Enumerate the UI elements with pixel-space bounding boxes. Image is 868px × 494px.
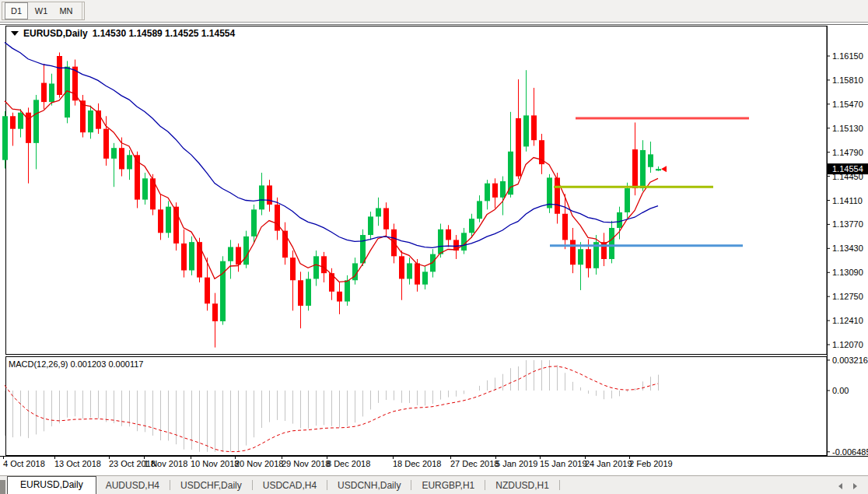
chart-ohlc-quote: 1.14530 1.14589 1.14525 1.14554 [93, 28, 236, 39]
tab-usdcad-h4[interactable]: USDCAD,H4 [254, 478, 326, 494]
price-tick-label: 1.14790 [832, 148, 863, 157]
candle-body [220, 261, 226, 321]
candle-body [376, 208, 381, 217]
candle-body [640, 150, 646, 188]
candle-body [142, 178, 148, 199]
candle-body [516, 118, 521, 177]
candle-body [399, 256, 404, 279]
tabs-scroll-right-icon[interactable] [853, 483, 857, 489]
candle-body [625, 188, 630, 212]
candle-body [41, 83, 47, 103]
macd-indicator-label: MACD(12,26,9) 0.001203 0.000117 [9, 359, 143, 369]
tab-separator [170, 480, 170, 490]
candle-body [49, 83, 54, 102]
timeframe-toolbar: D1 W1 MN [0, 0, 868, 23]
candle-body [562, 214, 568, 240]
macd-tick-label: 0.003216 [832, 356, 868, 365]
candle-body [492, 184, 498, 198]
candle-body [189, 242, 194, 270]
candle-body [205, 278, 210, 304]
candle-body [422, 272, 428, 284]
candle-body [383, 208, 389, 229]
tab-separator [327, 480, 327, 490]
candle-body [547, 177, 552, 208]
price-tick-label: 1.16150 [832, 51, 863, 61]
candle-body [446, 229, 451, 240]
candle-body [368, 216, 373, 235]
timeframe-mn-button[interactable]: MN [54, 2, 78, 19]
tab-separator [485, 480, 485, 490]
timeframe-d1-button[interactable]: D1 [5, 2, 28, 19]
candle-body [415, 263, 420, 284]
date-tick-label: 4 Oct 2018 [3, 459, 45, 468]
price-tick-label: 1.12750 [832, 292, 863, 301]
tab-eurusd-daily[interactable]: EURUSD,Daily [7, 476, 96, 494]
candle-body [500, 181, 506, 198]
tab-usdchf-daily[interactable]: USDCHF,Daily [171, 478, 251, 494]
candle-body [236, 247, 241, 265]
candle-body [656, 169, 661, 170]
candle-body [259, 185, 264, 209]
tab-scroll-buttons [838, 483, 868, 494]
candle-body [243, 236, 249, 265]
date-tick-label: 24 Jan 2019 [585, 459, 632, 468]
price-tick-label: 1.12410 [832, 316, 863, 325]
tab-audusd-h4[interactable]: AUDUSD,H4 [96, 478, 169, 494]
candle-body [88, 110, 93, 132]
candle-body [469, 219, 474, 233]
tab-nzdusd-h1[interactable]: NZDUSD,H1 [486, 478, 558, 494]
price-tick-label: 1.14110 [832, 196, 863, 205]
price-tick-label: 1.15470 [832, 100, 863, 109]
candle-body [485, 184, 490, 201]
candle-body [648, 154, 653, 166]
tab-usdcnh-daily[interactable]: USDCNH,Daily [328, 478, 410, 494]
candle-body [212, 303, 218, 321]
chart-title: EURUSD,Daily 1.14530 1.14589 1.14525 1.1… [11, 28, 235, 39]
candle-body [228, 247, 233, 261]
candle-body [10, 116, 16, 128]
date-tick-label: 20 Nov 2018 [235, 459, 283, 468]
symbol-dropdown-icon[interactable] [11, 31, 19, 36]
candle-body [407, 263, 412, 279]
candle-body [298, 280, 303, 306]
tabs-scroll-left-icon[interactable] [838, 483, 842, 489]
date-tick-label: 2 Feb 2019 [629, 459, 673, 468]
candle-body [251, 209, 257, 236]
candle-body [127, 155, 132, 169]
candle-body [18, 113, 23, 129]
candle-body [461, 233, 467, 251]
chart-canvas[interactable]: 1.161501.158101.154701.151301.147901.144… [0, 19, 868, 494]
date-tick-label: 15 Jan 2019 [540, 459, 587, 468]
price-tick-label: 1.13090 [832, 268, 863, 277]
candle-body [321, 256, 327, 273]
candle-body [523, 115, 529, 146]
toolbar-separator [82, 2, 82, 19]
price-tick-label: 1.13770 [832, 219, 863, 229]
date-tick-label: 5 Jan 2019 [495, 459, 537, 468]
date-tick-label: 27 Dec 2018 [450, 459, 499, 468]
candle-body [531, 115, 537, 140]
candle-body [570, 240, 576, 265]
tab-eurgbp-h1[interactable]: EURGBP,H1 [412, 478, 484, 494]
terminal-window: D1 W1 MN 1.161501.158101.154701.151301.1… [0, 0, 868, 494]
candle-body [586, 249, 591, 268]
tab-separator [411, 480, 411, 490]
candle-body [290, 258, 296, 280]
candle-body [103, 129, 109, 159]
candle-body [632, 149, 638, 188]
tab-separator [252, 480, 253, 490]
macd-tick-label: -0.006485 [832, 447, 868, 457]
candle-body [166, 207, 171, 233]
candle-body [337, 292, 342, 302]
candle-body [617, 212, 622, 228]
candle-body [119, 148, 124, 169]
timeframe-w1-button[interactable]: W1 [30, 2, 53, 19]
candle-body [578, 249, 583, 265]
candle-body [438, 229, 443, 254]
candle-body [111, 148, 117, 159]
date-tick-label: 8 Dec 2018 [327, 459, 370, 468]
candle-body [158, 209, 163, 233]
current-price-label: 1.14554 [832, 164, 863, 173]
candle-body [313, 256, 319, 279]
candle-body [197, 242, 202, 277]
